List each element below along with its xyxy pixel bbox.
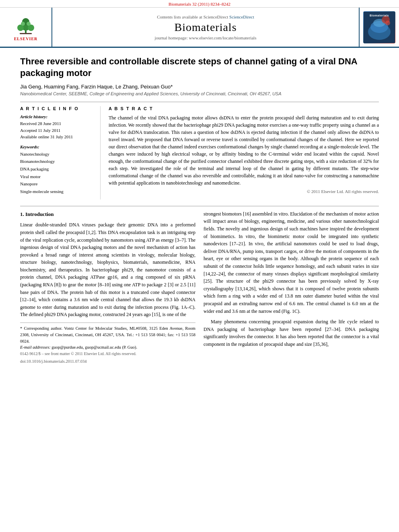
history-label: Article history: (20, 114, 94, 119)
body-col-right: strongest biomotors [16] assembled in vi… (204, 210, 379, 365)
copyright-line: © 2011 Elsevier Ltd. All rights reserved… (109, 189, 379, 194)
footnote-email: E-mail addresses: guop@purdue.edu, guop@… (20, 344, 195, 351)
issn-text: 0142-9612/$ – see front matter © 2011 El… (20, 351, 136, 356)
keyword-5: Nanopore (20, 180, 94, 188)
biomaterials-cover-image: Biomaterials (364, 12, 395, 43)
journal-title-area: Contents lists available at ScienceDirec… (52, 8, 359, 47)
citation-text: Biomaterials 32 (2011) 8234–8242 (169, 2, 230, 6)
footnote-star-text: * Corresponding author. Vontz Center for… (20, 326, 195, 343)
article-history-block: Article history: Received 28 June 2011 A… (20, 114, 94, 140)
elsevier-tree-icon (12, 14, 40, 36)
col2-para2: Many phenomena concerning procapsid expa… (204, 318, 379, 348)
doi-line: doi:10.1016/j.biomaterials.2011.07.034 (20, 358, 195, 365)
divider-1 (20, 102, 379, 102)
accepted-date: Accepted 11 July 2011 (20, 127, 94, 134)
sciencedirect-text: Contents lists available at ScienceDirec… (157, 14, 228, 19)
svg-rect-7 (20, 33, 32, 34)
article-info-heading: A R T I C L E I N F O (20, 106, 94, 111)
email-addresses: guop@purdue.edu, guop@ucmail.uc.edu (P. … (51, 345, 137, 349)
biomaterials-logo: Biomaterials (363, 11, 395, 43)
elsevier-logo: ELSEVIER (12, 14, 40, 41)
body-col2-text: strongest biomotors [16] assembled in vi… (204, 210, 379, 348)
col2-para1: strongest biomotors [16] assembled in vi… (204, 210, 379, 315)
abstract-heading: A B S T R A C T (109, 106, 379, 111)
affiliation-line: Nanobiomedical Center, SEEBME, College o… (20, 91, 379, 96)
journal-citation: Biomaterials 32 (2011) 8234–8242 (0, 0, 399, 8)
introduction-heading: 1. Introduction (20, 210, 195, 218)
email-label: E-mail addresses: (20, 345, 51, 349)
footnotes-area: * Corresponding author. Vontz Center for… (20, 322, 195, 365)
keywords-block: Keywords: Nanotechnology Bionanotechnolo… (20, 144, 94, 195)
body-col1-text: Linear double-stranded DNA viruses packa… (20, 221, 195, 318)
svg-point-6 (27, 22, 31, 26)
received-date: Received 28 June 2011 (20, 120, 94, 127)
sciencedirect-line: Contents lists available at ScienceDirec… (157, 14, 254, 19)
keyword-6: Single-molecule sensing (20, 188, 94, 195)
abstract-column: A B S T R A C T The channel of the viral… (109, 106, 379, 199)
doi-text: doi:10.1016/j.biomaterials.2011.07.034 (20, 359, 87, 364)
svg-point-5 (21, 22, 25, 26)
divider-2 (20, 206, 379, 206)
paper-title: Three reversible and controllable discre… (20, 56, 379, 79)
article-info-abstract-section: A R T I C L E I N F O Article history: R… (20, 106, 379, 199)
col1-para1: Linear double-stranded DNA viruses packa… (20, 221, 195, 318)
available-date: Available online 31 July 2011 (20, 134, 94, 140)
keyword-2: Bionanotechnology (20, 158, 94, 165)
biomaterials-logo-area: Biomaterials (359, 8, 399, 47)
keywords-label: Keywords: (20, 144, 94, 149)
journal-title: Biomaterials (174, 21, 237, 34)
journal-header: ELSEVIER Contents lists available at Sci… (0, 8, 399, 48)
paper-content: Three reversible and controllable discre… (0, 48, 399, 373)
keywords-list: Nanotechnology Bionanotechnology DNA pac… (20, 150, 94, 195)
body-columns: 1. Introduction Linear double-stranded D… (20, 210, 379, 365)
body-col-left: 1. Introduction Linear double-stranded D… (20, 210, 195, 365)
authors-line: Jia Geng, Huaming Fang, Farzin Haque, Le… (20, 84, 379, 90)
keyword-1: Nanotechnology (20, 150, 94, 158)
footnote-star: * Corresponding author. Vontz Center for… (20, 325, 195, 344)
svg-point-13 (385, 21, 390, 25)
abstract-text: The channel of the viral DNA packaging m… (109, 114, 379, 187)
keyword-3: DNA packaging (20, 165, 94, 173)
journal-homepage: journal homepage: www.elsevier.com/locat… (155, 35, 257, 40)
issn-line: 0142-9612/$ – see front matter © 2011 El… (20, 351, 195, 357)
sciencedirect-link[interactable]: ScienceDirect (229, 14, 254, 19)
article-info-column: A R T I C L E I N F O Article history: R… (20, 106, 101, 199)
elsevier-logo-area: ELSEVIER (0, 8, 52, 47)
elsevier-text: ELSEVIER (12, 37, 40, 41)
keyword-4: Viral motor (20, 173, 94, 181)
svg-text:Biomaterials: Biomaterials (370, 14, 389, 17)
